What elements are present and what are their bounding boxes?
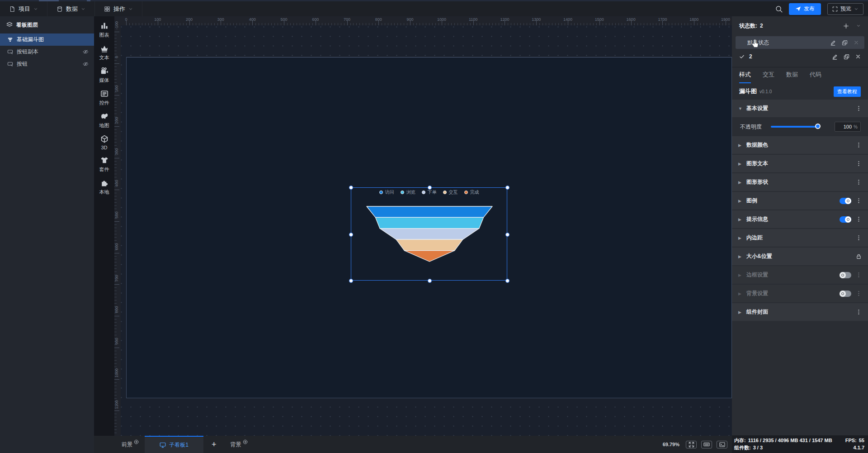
section-graph-shape[interactable]: ▶图形形状 [732, 173, 868, 191]
publish-button[interactable]: 发布 [789, 3, 821, 15]
selection-handle[interactable] [428, 186, 432, 190]
legend-label: 完成 [470, 189, 479, 196]
funnel-band-2[interactable] [380, 229, 479, 239]
layer-label: 按钮 [17, 60, 28, 68]
toggle-legend[interactable] [840, 198, 851, 204]
more-options-icon[interactable] [856, 161, 862, 167]
toggle-tooltip[interactable] [840, 216, 851, 223]
more-options-icon[interactable] [856, 309, 862, 315]
horizontal-ruler[interactable]: 0100200300400500600700800900100011001200… [121, 16, 732, 25]
ruler-h-label: 1900 [721, 17, 730, 22]
selection-handle[interactable] [349, 186, 353, 190]
selection-handle[interactable] [428, 279, 432, 283]
selection-handle[interactable] [349, 233, 353, 237]
slider-knob[interactable] [815, 124, 821, 129]
legend-item[interactable]: 完成 [464, 189, 479, 196]
eye-off-icon[interactable] [83, 61, 89, 67]
toolbar-item-map[interactable]: 地图 [99, 112, 109, 129]
section-tooltip[interactable]: ▶提示信息 [732, 210, 868, 228]
zoom-level[interactable]: 69.79% [663, 442, 679, 447]
section-graph-text[interactable]: ▶图形文本 [732, 155, 868, 172]
add-state-icon[interactable] [843, 23, 849, 29]
vertical-ruler[interactable]: -100010020030040050060070080090010001100 [114, 25, 121, 436]
section-padding[interactable]: ▶内边距 [732, 229, 868, 247]
more-options-icon[interactable] [856, 198, 862, 204]
legend-item[interactable]: 下单 [422, 189, 437, 196]
background-tab[interactable]: 背景 [225, 436, 254, 453]
edit-icon[interactable] [830, 40, 836, 46]
section-label: 图形文本 [746, 160, 768, 167]
add-circle-icon[interactable] [134, 439, 139, 444]
more-options-icon[interactable] [856, 179, 862, 185]
section-background[interactable]: ▶背景设置 [732, 285, 868, 302]
funnel-band-1[interactable] [375, 217, 483, 228]
legend-item[interactable]: 浏览 [401, 189, 415, 196]
opacity-slider[interactable] [771, 126, 818, 128]
section-border[interactable]: ▶边框设置 [732, 266, 868, 284]
legend-item[interactable]: 交互 [443, 189, 458, 196]
tab-interaction[interactable]: 交互 [763, 71, 774, 83]
eye-off-icon[interactable] [83, 49, 89, 55]
sidebar-item-button[interactable]: 按钮 [0, 58, 94, 70]
funnel-band-0[interactable] [367, 206, 492, 217]
sidebar-item-button-copy[interactable]: 按钮副本 [0, 46, 94, 58]
add-circle-icon[interactable] [243, 439, 248, 444]
toolbar-item-text[interactable]: 文本 [99, 44, 109, 61]
toolbar-item-3d[interactable]: 3D [100, 135, 108, 150]
copy-icon[interactable] [844, 54, 849, 60]
keyboard-shortcuts-icon[interactable] [701, 441, 712, 448]
section-cover[interactable]: ▶组件封面 [732, 303, 868, 321]
toolbar-item-chart[interactable]: 图表 [99, 22, 109, 38]
more-options-icon[interactable] [856, 105, 862, 111]
more-options-icon[interactable] [856, 235, 862, 241]
selection-handle[interactable] [505, 279, 509, 283]
toolbar-item-local[interactable]: 本地 [99, 179, 109, 196]
section-size-position[interactable]: ▶大小&位置 [732, 248, 868, 265]
toolbar-item-widget[interactable]: 控件 [99, 90, 109, 106]
section-basic[interactable]: ▼基本设置 [732, 100, 868, 117]
copy-icon[interactable] [842, 40, 848, 46]
edit-icon[interactable] [832, 54, 838, 60]
section-legend[interactable]: ▶图例 [732, 192, 868, 210]
selection-handle[interactable] [349, 279, 353, 283]
selection-handle[interactable] [505, 233, 509, 237]
tab-code[interactable]: 代码 [810, 71, 821, 83]
tutorial-button[interactable]: 查看教程 [834, 86, 861, 97]
add-tab-button[interactable]: + [203, 440, 225, 449]
more-options-icon[interactable] [856, 291, 862, 296]
more-options-icon[interactable] [856, 272, 862, 278]
state-item-default[interactable]: 默认状态 [736, 36, 864, 49]
toolbar-item-kit[interactable]: 套件 [99, 156, 109, 173]
console-icon[interactable] [717, 441, 727, 448]
funnel-band-3[interactable] [396, 239, 462, 250]
menu-data[interactable]: 数据 [47, 1, 95, 16]
opacity-input[interactable]: 100% [835, 122, 861, 132]
tab-style[interactable]: 样式 [739, 71, 751, 83]
chevron-down-icon[interactable] [856, 24, 861, 28]
menu-project[interactable]: 项目 [0, 1, 47, 16]
toolbar-item-media[interactable]: 媒体 [99, 67, 109, 84]
sidebar-item-basic-funnel[interactable]: 基础漏斗图 [0, 33, 94, 46]
toggle-border[interactable] [840, 272, 851, 278]
fit-screen-icon[interactable] [686, 441, 697, 448]
more-options-icon[interactable] [856, 142, 862, 148]
funnel-band-4[interactable] [404, 251, 454, 262]
foreground-tab[interactable]: 前景 [116, 436, 145, 453]
canvas-area[interactable]: 访问浏览下单交互完成 [121, 25, 732, 436]
top-menubar: 项目数据操作 发布 预览 [0, 1, 868, 16]
close-icon[interactable] [854, 40, 859, 45]
funnel-component-selection[interactable]: 访问浏览下单交互完成 [351, 187, 507, 281]
legend-item[interactable]: 访问 [379, 189, 394, 196]
subboard-tab[interactable]: 子看板1 [145, 436, 203, 453]
lock-icon[interactable] [856, 253, 862, 259]
funnel-chart[interactable] [351, 188, 508, 281]
section-data-color[interactable]: ▶数据颜色 [732, 136, 868, 154]
preview-button[interactable]: 预览 [827, 3, 863, 15]
state-item-2[interactable]: 2 [732, 49, 868, 64]
toggle-background[interactable] [840, 291, 851, 297]
search-icon[interactable] [775, 5, 783, 13]
tab-data[interactable]: 数据 [786, 71, 798, 83]
more-options-icon[interactable] [856, 216, 862, 222]
selection-handle[interactable] [505, 186, 509, 190]
close-icon[interactable] [855, 54, 861, 59]
